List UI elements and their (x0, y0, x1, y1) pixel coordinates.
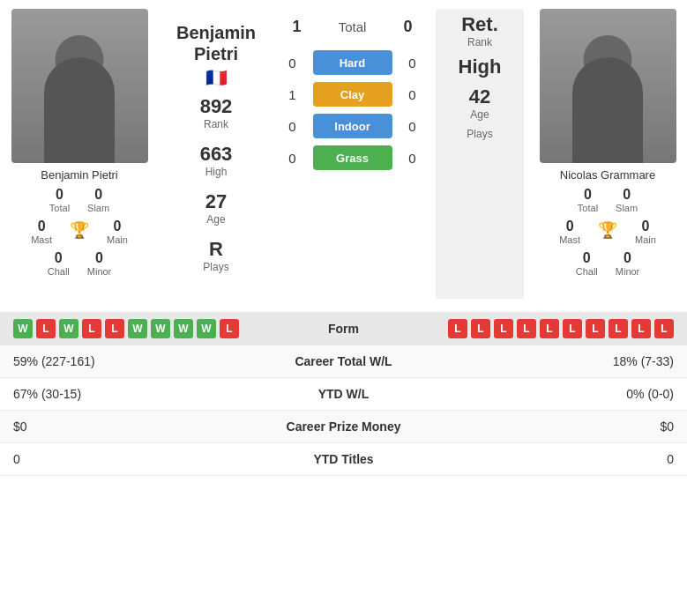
stats-label-0: Career Total W/L (256, 354, 432, 368)
left-high-value: 663 (200, 143, 233, 166)
main-container: Benjamin Pietri 0 Total 0 Slam 0 Mast 🏆 (0, 0, 687, 476)
left-plays-value: R (209, 238, 223, 261)
court-indoor-right: 0 (400, 119, 426, 134)
left-slam-stat: 0 Slam (87, 187, 109, 213)
court-hard-right: 0 (400, 56, 426, 71)
left-slam-value: 0 (94, 187, 102, 203)
left-mast-stat: 0 Mast (31, 219, 52, 245)
court-row-clay: 1 Clay 0 (278, 82, 427, 107)
left-player-header: Benjamin Pietri (159, 22, 273, 64)
form-center-label: Form (282, 322, 406, 336)
form-badge-right-l: L (494, 319, 513, 338)
left-stats-row-3: 0 Chall 0 Minor (48, 250, 112, 277)
stats-right-3: 0 (432, 452, 675, 466)
court-indoor-left: 0 (280, 119, 306, 134)
right-player-name: Nicolas Grammare (560, 168, 655, 182)
right-player-avatar (540, 9, 676, 163)
stats-right-0: 18% (7-33) (432, 354, 675, 368)
right-high-block: High (459, 56, 502, 78)
left-rank-value: 892 (200, 95, 233, 118)
form-badge-right-l: L (540, 319, 559, 338)
stats-row-1: 67% (30-15) YTD W/L 0% (0-0) (0, 378, 687, 411)
total-left-score: 1 (284, 18, 310, 36)
left-trophy-icon: 🏆 (70, 219, 89, 245)
stats-row-0: 59% (227-161) Career Total W/L 18% (7-33… (0, 345, 687, 378)
right-mast-value: 0 (566, 219, 574, 234)
left-silhouette-body (44, 57, 115, 163)
left-middle-section: Benjamin Pietri 🇫🇷 892 Rank 663 High 27 … (159, 9, 273, 299)
right-minor-value: 0 (624, 250, 631, 266)
left-minor-stat: 0 Minor (87, 250, 112, 277)
total-row: 1 Total 0 (284, 18, 422, 36)
left-avatar-silhouette (11, 9, 148, 163)
right-trophy-icon: 🏆 (598, 219, 617, 245)
left-chall-stat: 0 Chall (48, 250, 70, 277)
left-plays-block: R Plays (203, 238, 228, 273)
left-total-value: 0 (56, 187, 63, 203)
right-box-section: Ret. Rank High 42 Age Plays (436, 9, 524, 299)
stats-label-1: YTD W/L (256, 387, 432, 401)
right-avatar-silhouette (540, 9, 676, 163)
form-badge-right-l: L (448, 319, 467, 338)
left-mast-label: Mast (31, 234, 52, 245)
right-rank-block: Ret. Rank (461, 13, 498, 48)
court-indoor-btn[interactable]: Indoor (313, 114, 392, 138)
right-age-value: 42 (469, 85, 490, 108)
stats-label-3: YTD Titles (256, 452, 432, 466)
right-age-label: Age (470, 108, 489, 121)
right-main-label: Main (635, 234, 656, 245)
center-comparison: 1 Total 0 0 Hard 0 1 Clay 0 0 Indoor 0 0 (273, 9, 431, 299)
court-hard-left: 0 (280, 56, 306, 71)
right-slam-value: 0 (623, 187, 631, 203)
stats-left-1: 67% (30-15) (13, 387, 256, 401)
form-badge-right-l: L (654, 319, 674, 338)
right-player-card: Nicolas Grammare 0 Total 0 Slam 0 Mast 🏆 (528, 9, 687, 299)
right-total-value: 0 (584, 187, 592, 203)
form-badge-left-w: W (151, 319, 170, 338)
right-main-value: 0 (641, 219, 649, 234)
left-rank-block: 892 Rank (200, 95, 233, 130)
court-clay-btn[interactable]: Clay (313, 82, 392, 107)
left-stats-row-2: 0 Mast 🏆 0 Main (31, 219, 128, 245)
court-clay-right: 0 (400, 87, 426, 102)
left-high-label: High (205, 166, 228, 178)
stats-right-2: $0 (432, 419, 675, 434)
right-stats-row-1: 0 Total 0 Slam (578, 187, 638, 213)
form-badge-left-l: L (220, 319, 239, 338)
form-badge-right-l: L (563, 319, 582, 338)
right-mast-label: Mast (559, 234, 580, 245)
right-slam-label: Slam (616, 203, 638, 213)
total-right-score: 0 (395, 18, 422, 36)
right-main-stat: 0 Main (635, 219, 656, 245)
right-plays-label: Plays (467, 128, 492, 140)
court-grass-left: 0 (280, 151, 306, 166)
left-age-value: 27 (205, 190, 227, 213)
form-badge-left-w: W (13, 319, 33, 338)
form-right: LLLLLLLLLL (406, 319, 675, 338)
form-badge-left-l: L (36, 319, 56, 338)
stats-row-3: 0 YTD Titles 0 (0, 443, 687, 476)
left-age-block: 27 Age (205, 190, 227, 226)
form-badge-right-l: L (609, 319, 628, 338)
left-high-block: 663 High (200, 143, 233, 178)
left-stats-row-1: 0 Total 0 Slam (49, 187, 109, 213)
right-high-value: High (459, 56, 502, 78)
right-total-label: Total (578, 203, 598, 213)
form-badge-left-w: W (174, 319, 193, 338)
form-badge-left-w: W (128, 319, 147, 338)
form-badge-left-l: L (82, 319, 101, 338)
court-grass-right: 0 (400, 151, 426, 166)
stats-left-3: 0 (13, 452, 256, 466)
court-clay-left: 1 (280, 87, 306, 102)
right-plays-block: Plays (467, 128, 492, 140)
right-minor-label: Minor (616, 266, 640, 277)
right-rank-label: Rank (467, 36, 492, 48)
court-hard-btn[interactable]: Hard (313, 50, 392, 75)
form-badge-right-l: L (471, 319, 490, 338)
court-grass-btn[interactable]: Grass (313, 145, 392, 170)
right-chall-stat: 0 Chall (576, 250, 598, 277)
form-left: WLWLLWWWWL (13, 319, 282, 338)
left-player-name: Benjamin Pietri (41, 168, 117, 182)
right-stats-row-3: 0 Chall 0 Minor (576, 250, 640, 277)
left-slam-label: Slam (87, 203, 109, 213)
